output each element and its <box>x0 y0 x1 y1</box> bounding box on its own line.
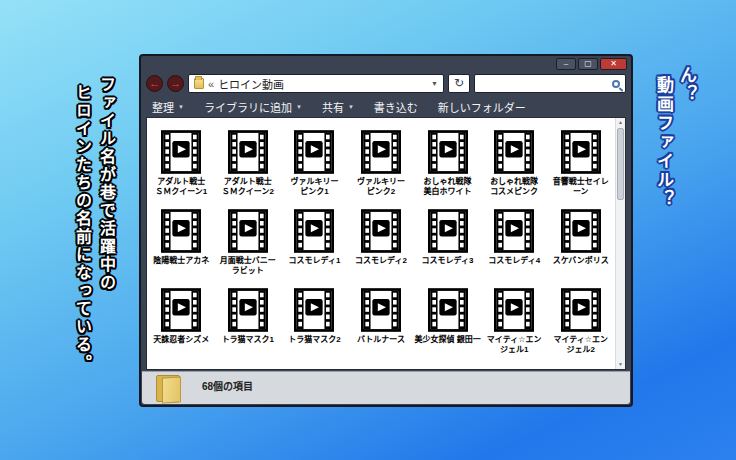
video-file-icon <box>561 288 601 332</box>
file-item[interactable]: コスモレディ2 <box>348 209 415 276</box>
video-file-icon <box>494 130 534 174</box>
video-file-icon <box>161 288 201 332</box>
toolbar-item[interactable]: 共有 ▼ <box>322 99 354 115</box>
breadcrumb-location[interactable]: ヒロイン動画 <box>218 76 284 92</box>
file-item[interactable]: おしゃれ戦隊 コスメピンク <box>481 130 548 197</box>
file-name-label: 天誅忍者シズメ <box>153 335 209 345</box>
file-item[interactable]: 月面戦士バニー ラビット <box>215 209 282 276</box>
file-grid: アダルト戦士 ＳＭクイーン1 アダルト戦士 ＳＭクイーン2 <box>148 118 614 369</box>
file-item[interactable]: バトルナース <box>348 288 415 355</box>
video-file-icon <box>294 288 334 332</box>
breadcrumb-chevron-icon: « <box>208 78 214 90</box>
minimize-button[interactable]: – <box>556 58 576 70</box>
toolbar-item[interactable]: 新しいフォルダー <box>438 99 526 115</box>
right-caption-line1: ん？ <box>675 66 698 209</box>
file-item[interactable]: ヴァルキリー ピンク1 <box>281 130 348 197</box>
video-file-icon <box>161 130 201 174</box>
video-file-icon <box>428 288 468 332</box>
back-button[interactable]: ← <box>146 75 163 92</box>
scroll-down-icon[interactable]: ▼ <box>616 360 625 369</box>
video-file-icon <box>494 209 534 253</box>
title-bar[interactable]: – ▢ ✕ <box>141 56 631 71</box>
video-file-icon <box>228 130 268 174</box>
file-item[interactable]: おしゃれ戦隊 美白ホワイト <box>414 130 481 197</box>
file-name-label: アダルト戦士 ＳＭクイーン1 <box>155 177 207 196</box>
file-name-label: マイティ☆エン ジェル1 <box>487 335 542 354</box>
forward-button[interactable]: → <box>167 75 184 92</box>
video-file-icon <box>161 209 201 253</box>
file-name-label: ヴァルキリー ピンク2 <box>357 177 405 196</box>
toolbar-item-label: 整理 <box>152 99 174 115</box>
file-item[interactable]: アダルト戦士 ＳＭクイーン2 <box>215 130 282 197</box>
file-item[interactable]: アダルト戦士 ＳＭクイーン1 <box>148 130 215 197</box>
video-file-icon <box>228 209 268 253</box>
right-caption: ん？ 動画ファイル？ <box>652 66 698 209</box>
file-item[interactable]: 音響戦士セイレ ーン <box>547 130 614 197</box>
address-dropdown-icon[interactable]: ▼ <box>431 80 438 87</box>
scroll-up-icon[interactable]: ▲ <box>616 118 625 127</box>
video-file-icon <box>561 130 601 174</box>
file-item[interactable]: ヴァルキリー ピンク2 <box>348 130 415 197</box>
explorer-window: – ▢ ✕ ← → « ヒロイン動画 ▼ ↻ 整理 ▼ ライブラリに追加 ▼ 共… <box>139 54 633 407</box>
file-list-area: アダルト戦士 ＳＭクイーン1 アダルト戦士 ＳＭクイーン2 <box>146 117 626 370</box>
toolbar-item-label: ライブラリに追加 <box>204 99 292 115</box>
folder-icon <box>194 78 204 89</box>
chevron-down-icon: ▼ <box>348 104 354 110</box>
file-name-label: おしゃれ戦隊 コスメピンク <box>490 177 538 196</box>
maximize-button[interactable]: ▢ <box>578 58 598 70</box>
vertical-scrollbar[interactable]: ▲ ▼ <box>615 118 625 369</box>
file-item[interactable]: 天誅忍者シズメ <box>148 288 215 355</box>
search-box[interactable] <box>474 74 626 93</box>
video-file-icon <box>428 209 468 253</box>
toolbar: 整理 ▼ ライブラリに追加 ▼ 共有 ▼ 書き込む 新しいフォルダー <box>146 96 626 117</box>
toolbar-item[interactable]: 書き込む <box>374 99 418 115</box>
file-item[interactable]: コスモレディ3 <box>414 209 481 276</box>
left-caption: ファイル名が巷で活躍中の ヒロインたちの名前になっている。 <box>70 76 118 372</box>
folder-icon <box>156 375 180 402</box>
chevron-down-icon: ▼ <box>296 104 302 110</box>
status-bar: 68個の項目 <box>142 371 630 404</box>
file-name-label: アダルト戦士 ＳＭクイーン2 <box>222 177 274 196</box>
scrollbar-thumb[interactable] <box>617 128 624 200</box>
file-name-label: コスモレディ3 <box>422 256 474 266</box>
navigation-bar: ← → « ヒロイン動画 ▼ ↻ <box>146 71 626 96</box>
video-file-icon <box>294 209 334 253</box>
file-item[interactable]: 美少女探偵 銀田一 <box>414 288 481 355</box>
video-file-icon <box>361 209 401 253</box>
item-count-label: 68個の項目 <box>202 378 253 393</box>
search-icon <box>612 80 620 88</box>
address-bar[interactable]: « ヒロイン動画 ▼ <box>188 74 444 93</box>
file-item[interactable]: コスモレディ1 <box>281 209 348 276</box>
file-item[interactable]: コスモレディ4 <box>481 209 548 276</box>
video-file-icon <box>428 130 468 174</box>
toolbar-item[interactable]: 整理 ▼ <box>152 99 184 115</box>
video-file-icon <box>561 209 601 253</box>
file-name-label: コスモレディ4 <box>488 256 540 266</box>
file-name-label: おしゃれ戦隊 美白ホワイト <box>424 177 472 196</box>
chevron-down-icon: ▼ <box>178 104 184 110</box>
toolbar-item-label: 書き込む <box>374 99 418 115</box>
right-caption-line2: 動画ファイル？ <box>652 76 675 209</box>
file-item[interactable]: 陰陽戦士アカネ <box>148 209 215 276</box>
video-file-icon <box>228 288 268 332</box>
window-controls: – ▢ ✕ <box>556 58 627 70</box>
file-item[interactable]: トラ猫マスク2 <box>281 288 348 355</box>
file-name-label: 月面戦士バニー ラビット <box>220 256 276 275</box>
search-input[interactable] <box>480 78 612 89</box>
file-item[interactable]: マイティ☆エン ジェル1 <box>481 288 548 355</box>
refresh-button[interactable]: ↻ <box>448 74 470 93</box>
toolbar-item-label: 共有 <box>322 99 344 115</box>
file-item[interactable]: トラ猫マスク1 <box>215 288 282 355</box>
file-name-label: ヴァルキリー ピンク1 <box>290 177 338 196</box>
file-name-label: トラ猫マスク2 <box>288 335 340 345</box>
file-name-label: 音響戦士セイレ ーン <box>553 177 609 196</box>
file-item[interactable]: マイティ☆エン ジェル2 <box>547 288 614 355</box>
video-file-icon <box>494 288 534 332</box>
file-name-label: トラ猫マスク1 <box>222 335 274 345</box>
video-file-icon <box>294 130 334 174</box>
toolbar-item[interactable]: ライブラリに追加 ▼ <box>204 99 302 115</box>
file-item[interactable]: スケバンポリス <box>547 209 614 276</box>
file-name-label: コスモレディ1 <box>288 256 340 266</box>
left-caption-line1: ファイル名が巷で活躍中の <box>94 76 118 372</box>
close-button[interactable]: ✕ <box>600 58 627 70</box>
